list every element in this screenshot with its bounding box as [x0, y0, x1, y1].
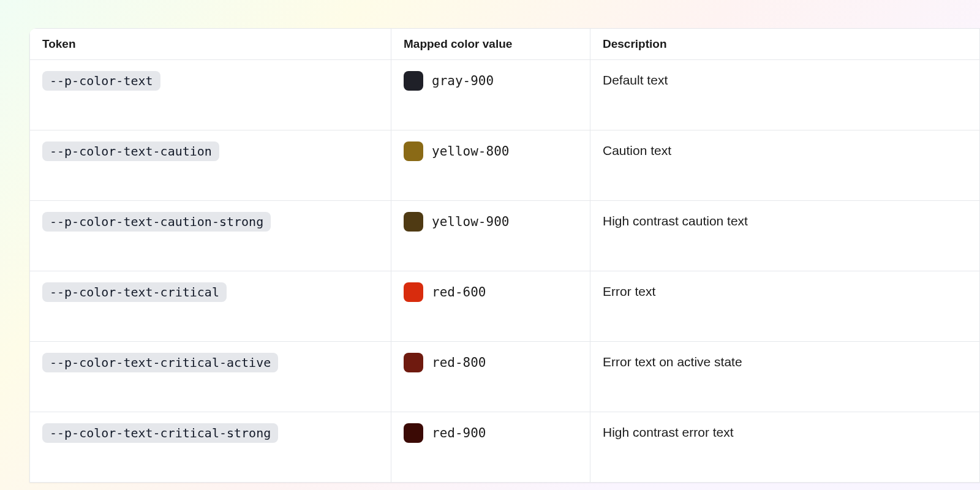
cell-mapped: gray-900 [391, 60, 590, 130]
cell-token: --p-color-text-caution-strong [30, 201, 391, 271]
swatch-label: red-600 [432, 285, 486, 300]
header-token: Token [30, 29, 391, 60]
cell-token: --p-color-text-critical-strong [30, 412, 391, 483]
swatch-wrap: red-800 [404, 353, 578, 372]
cell-description: Error text [590, 271, 980, 342]
cell-description: Error text on active state [590, 342, 980, 412]
header-description: Description [590, 29, 980, 60]
color-swatch [404, 141, 423, 161]
description-text: High contrast error text [603, 425, 734, 439]
token-pill: --p-color-text-caution-strong [42, 212, 271, 232]
color-swatch [404, 423, 423, 443]
swatch-wrap: gray-900 [404, 71, 578, 91]
table-row: --p-color-text gray-900 Default text [30, 60, 980, 130]
swatch-label: yellow-800 [432, 144, 509, 159]
swatch-wrap: red-600 [404, 282, 578, 302]
token-pill: --p-color-text-critical [42, 282, 227, 302]
table-row: --p-color-text-critical-strong red-900 H… [30, 412, 980, 483]
color-swatch [404, 353, 423, 372]
cell-description: Default text [590, 60, 980, 130]
description-text: High contrast caution text [603, 214, 748, 228]
swatch-wrap: yellow-800 [404, 141, 578, 161]
table-row: --p-color-text-critical-active red-800 E… [30, 342, 980, 412]
token-pill: --p-color-text [42, 71, 160, 91]
color-swatch [404, 282, 423, 302]
token-pill: --p-color-text-caution [42, 141, 219, 161]
cell-description: High contrast error text [590, 412, 980, 483]
color-swatch [404, 212, 423, 232]
swatch-label: red-800 [432, 355, 486, 370]
cell-mapped: red-600 [391, 271, 590, 342]
token-pill: --p-color-text-critical-strong [42, 423, 278, 443]
header-mapped: Mapped color value [391, 29, 590, 60]
description-text: Caution text [603, 143, 671, 157]
description-text: Default text [603, 73, 668, 87]
token-pill: --p-color-text-critical-active [42, 353, 278, 372]
cell-token: --p-color-text-critical-active [30, 342, 391, 412]
swatch-label: yellow-900 [432, 214, 509, 229]
description-text: Error text [603, 284, 655, 298]
cell-mapped: red-800 [391, 342, 590, 412]
cell-mapped: red-900 [391, 412, 590, 483]
cell-token: --p-color-text [30, 60, 391, 130]
cell-mapped: yellow-800 [391, 130, 590, 201]
cell-token: --p-color-text-critical [30, 271, 391, 342]
tokens-table: Token Mapped color value Description --p… [29, 28, 980, 483]
cell-token: --p-color-text-caution [30, 130, 391, 201]
swatch-label: gray-900 [432, 74, 494, 88]
color-swatch [404, 71, 423, 91]
table-header-row: Token Mapped color value Description [30, 29, 980, 60]
description-text: Error text on active state [603, 355, 742, 369]
table-row: --p-color-text-critical red-600 Error te… [30, 271, 980, 342]
swatch-wrap: yellow-900 [404, 212, 578, 232]
table-row: --p-color-text-caution-strong yellow-900… [30, 201, 980, 271]
cell-description: High contrast caution text [590, 201, 980, 271]
cell-description: Caution text [590, 130, 980, 201]
tokens-table-card: Token Mapped color value Description --p… [29, 28, 980, 483]
swatch-wrap: red-900 [404, 423, 578, 443]
swatch-label: red-900 [432, 426, 486, 440]
cell-mapped: yellow-900 [391, 201, 590, 271]
table-row: --p-color-text-caution yellow-800 Cautio… [30, 130, 980, 201]
